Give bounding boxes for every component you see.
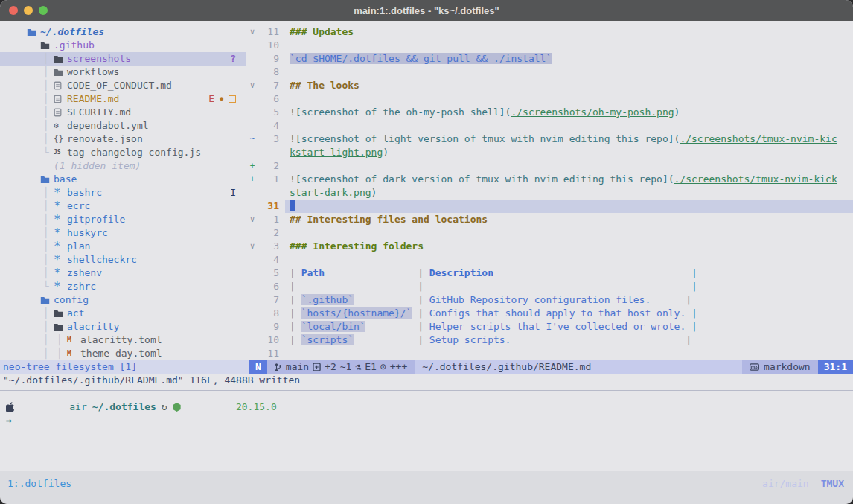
editor-line[interactable]: 11 xyxy=(246,347,853,360)
tree-item-ecrc[interactable]: │*ecrc xyxy=(0,200,246,213)
tree-item-alacritty-toml[interactable]: ││Malacritty.toml xyxy=(0,334,246,347)
tree-item-label: huskyrc xyxy=(67,226,108,240)
indent-guide: │ xyxy=(40,267,54,280)
editor-line[interactable]: 5![screenshot of the oh-my-posh shell](.… xyxy=(246,106,853,119)
folder-icon xyxy=(40,296,54,304)
line-content: ![screenshot of the oh-my-posh shell](./… xyxy=(285,106,853,119)
tree-item-tag-changelog-config-js[interactable]: └JStag-changelog-config.js xyxy=(0,146,246,159)
indent-guide: │ xyxy=(40,92,54,106)
tree-item-huskyrc[interactable]: │*huskyrc xyxy=(0,226,246,240)
indent-guide: │ xyxy=(40,253,54,267)
indent-guide: │ xyxy=(40,334,54,347)
editor-line[interactable]: 2 xyxy=(246,226,853,240)
editor-line[interactable]: 6| ------------------- | ---------------… xyxy=(246,280,853,293)
tree-item-gitprofile[interactable]: │*gitprofile xyxy=(0,213,246,226)
tree-item-workflows[interactable]: │workflows xyxy=(0,66,246,79)
tree-item-base[interactable]: base xyxy=(0,173,246,186)
tree-item-dependabot-yml[interactable]: │⚙dependabot.yml xyxy=(0,119,246,133)
tree-item-zshrc[interactable]: └*zshrc xyxy=(0,280,246,293)
editor-line[interactable]: 8| `hosts/{hostname}/` | Configs that sh… xyxy=(246,307,853,320)
line-number xyxy=(258,146,279,159)
tree-item-readme-md[interactable]: │README.mdE● xyxy=(0,92,246,106)
unstaged-square-icon xyxy=(229,95,236,103)
tree-item-act[interactable]: │act xyxy=(0,307,246,320)
git-sign: + xyxy=(246,159,258,173)
tree-item-label: act xyxy=(67,307,84,320)
editor-line[interactable]: 10| `scripts` | Setup scripts. | xyxy=(246,334,853,347)
editor-line[interactable]: 10 xyxy=(246,39,853,52)
tree-item-renovate-json[interactable]: │{}renovate.json xyxy=(0,133,246,146)
editor-line[interactable]: ∨3### Interesting folders xyxy=(246,240,853,253)
tree-item--dotfiles[interactable]: ~/.dotfiles xyxy=(0,25,246,39)
tree-item-plan[interactable]: │*plan xyxy=(0,240,246,253)
editor-cursor-line[interactable]: 31 xyxy=(246,200,853,213)
line-content xyxy=(285,347,853,360)
tree-item-security-md[interactable]: │SECURITY.md xyxy=(0,106,246,119)
tree-item-code-of-conduct-md[interactable]: │CODE_OF_CONDUCT.md xyxy=(0,79,246,92)
neotree-panel: ~/.dotfiles.github│screenshots?│workflow… xyxy=(0,21,246,360)
tree-item-label: ecrc xyxy=(67,200,90,213)
editor-line[interactable]: ~3![screenshot of light version of tmux … xyxy=(246,133,853,146)
tree-item-config[interactable]: config xyxy=(0,293,246,307)
line-number: 4 xyxy=(258,253,279,267)
gutter: 5 xyxy=(246,106,285,119)
minimize-button[interactable] xyxy=(24,6,33,15)
statusline: N main +2 ~1 ⚗ E1 ⊙ +++ ~/.dotfile xyxy=(249,360,853,374)
editor-line[interactable]: +1![screenshot of dark version of tmux w… xyxy=(246,173,853,186)
tmux-window-item[interactable]: 1:.dotfiles xyxy=(7,477,71,491)
tree-item-label: gitprofile xyxy=(67,213,125,226)
editor-line[interactable]: 8 xyxy=(246,66,853,79)
shell-pane[interactable]: air ~/.dotfiles ↻ 20.15.0 → xyxy=(0,391,853,427)
close-button[interactable] xyxy=(9,6,18,15)
editor-line[interactable]: 6 xyxy=(246,92,853,106)
editor-line[interactable]: start-dark.png) xyxy=(246,186,853,200)
editor-line[interactable]: 4 xyxy=(246,119,853,133)
line-content: | `hosts/{hostname}/` | Configs that sho… xyxy=(285,307,853,320)
tree-item-shellcheckrc[interactable]: │*shellcheckrc xyxy=(0,253,246,267)
editor-line[interactable]: 9`cd $HOME/.dotfiles && git pull && ./in… xyxy=(246,52,853,66)
dot-circle-icon: ⊙ xyxy=(380,360,386,374)
indent-guide: │ xyxy=(40,320,54,334)
tree-item-label: screenshots xyxy=(67,52,131,66)
gutter: ∨11 xyxy=(246,25,285,39)
line-number: 9 xyxy=(258,320,279,334)
tree-item-zshenv[interactable]: │*zshenv xyxy=(0,267,246,280)
editor-line[interactable]: ∨7## The looks xyxy=(246,79,853,92)
git-sign xyxy=(246,52,258,66)
tree-item-label: CODE_OF_CONDUCT.md xyxy=(67,79,172,92)
tmux-label: TMUX xyxy=(821,477,844,491)
editor-line[interactable]: +2 xyxy=(246,159,853,173)
gutter: ∨7 xyxy=(246,79,285,92)
diff-icon xyxy=(313,363,321,371)
tree-item-theme-day-toml[interactable]: ││Mtheme-day.toml xyxy=(0,347,246,360)
rcfile-icon: * xyxy=(54,243,67,250)
editor-line[interactable]: ∨11### Updates xyxy=(246,25,853,39)
fold-icon: ∨ xyxy=(246,79,258,92)
tree-item-alacritty[interactable]: │alacritty xyxy=(0,320,246,334)
indent-guide: │ xyxy=(40,186,54,200)
tree-item--github[interactable]: .github xyxy=(0,39,246,52)
tree-item--1-hidden-item-[interactable]: (1 hidden item) xyxy=(0,159,246,173)
git-branch-name: main xyxy=(286,360,309,374)
line-number: 31 xyxy=(258,200,279,213)
diff-added: +2 xyxy=(325,360,336,374)
rcfile-icon: * xyxy=(54,229,67,237)
editor-line[interactable]: ∨1## Interesting files and locations xyxy=(246,213,853,226)
line-content: | `scripts` | Setup scripts. | xyxy=(285,334,853,347)
tree-item-screenshots[interactable]: │screenshots? xyxy=(0,52,246,66)
indent-guide: │ xyxy=(54,347,67,360)
editor-panel[interactable]: ∨11### Updates109`cd $HOME/.dotfiles && … xyxy=(246,21,853,360)
line-number: 1 xyxy=(258,213,279,226)
editor-line[interactable]: 5| Path | Description | xyxy=(246,267,853,280)
tree-item-label: zshenv xyxy=(67,267,102,280)
editor-line[interactable]: kstart-light.png) xyxy=(246,146,853,159)
editor-line[interactable]: 7| `.github` | GitHub Repository configu… xyxy=(246,293,853,307)
tree-item-bashrc[interactable]: │*bashrcI xyxy=(0,186,246,200)
fullscreen-button[interactable] xyxy=(39,6,48,15)
markdown-file-icon xyxy=(54,81,67,90)
gutter: 6 xyxy=(246,92,285,106)
editor-line[interactable]: 4 xyxy=(246,253,853,267)
line-number: 8 xyxy=(258,307,279,320)
tree-item-label: workflows xyxy=(67,66,119,79)
editor-line[interactable]: 9| `local/bin` | Helper scripts that I'v… xyxy=(246,320,853,334)
